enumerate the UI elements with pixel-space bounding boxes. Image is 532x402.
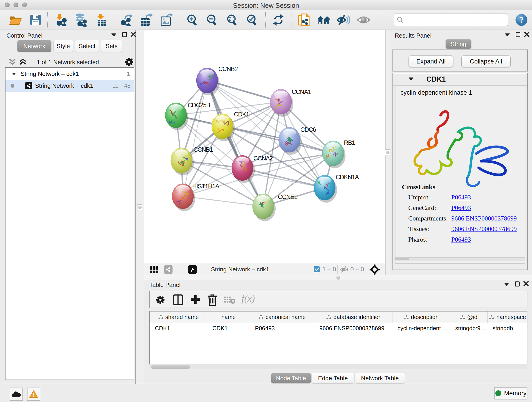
control-panel-close-icon[interactable] <box>131 32 136 37</box>
network-options-gear-icon[interactable] <box>124 57 134 67</box>
memory-button[interactable]: Memory <box>494 387 527 400</box>
network-canvas[interactable]: CCNB2CCNA1CDC25BCDK1CDC6RB1CCNB1CCNA2CDK… <box>144 30 385 263</box>
export-table-button[interactable] <box>140 13 153 27</box>
results-scroll-track[interactable] <box>395 257 525 261</box>
results-scroll-thumb[interactable] <box>395 258 409 260</box>
search-input[interactable] <box>406 16 505 24</box>
table-panel-close-icon[interactable] <box>523 281 529 287</box>
crosslink-link-uniprot[interactable]: P06493 <box>451 194 471 201</box>
column-header-id[interactable]: @id <box>450 312 488 323</box>
show-graphics-details-button[interactable] <box>357 13 370 27</box>
expand-all-button[interactable]: Expand All <box>409 56 453 67</box>
hide-glass-effects-button[interactable] <box>337 13 350 27</box>
edge-CCNB2-HIST1H1A[interactable] <box>183 80 207 196</box>
table-options-gear-icon[interactable] <box>155 295 165 305</box>
zoom-out-button[interactable] <box>206 13 219 27</box>
tab-node-table[interactable]: Node Table <box>271 373 311 383</box>
grid-view-icon[interactable] <box>150 266 158 274</box>
tab-sets[interactable]: Sets <box>101 40 122 52</box>
selected-items-checkbox[interactable] <box>314 266 320 272</box>
table-panel-menu-caret-icon[interactable] <box>504 283 509 286</box>
node-CDC25B[interactable]: CDC25B <box>165 102 210 130</box>
birdseye-view-icon[interactable] <box>188 265 197 274</box>
show-columns-icon[interactable] <box>173 294 183 305</box>
table-panel-float-icon[interactable] <box>515 281 520 287</box>
share-view-icon[interactable] <box>164 265 172 274</box>
table-cell[interactable]: CDK1 <box>207 323 250 333</box>
table-cell[interactable]: 9606.ENSP00000378699 <box>314 323 393 333</box>
table-cell[interactable]: CDK1 <box>150 323 207 333</box>
column-header-namespace[interactable]: namespace <box>488 312 527 323</box>
node-CCNA1[interactable]: CCNA1 <box>270 89 311 117</box>
table-cell[interactable]: cyclin-dependent ... <box>393 323 450 333</box>
import-network-from-file-button[interactable] <box>55 13 68 27</box>
tab-string[interactable]: String <box>446 39 471 49</box>
table-hscrollbar[interactable] <box>149 365 527 369</box>
control-panel-float-icon[interactable] <box>122 32 127 37</box>
results-panel-float-icon[interactable] <box>516 32 520 37</box>
import-network-from-database-button[interactable] <box>74 13 88 27</box>
clone-network-button[interactable] <box>298 13 311 27</box>
network-row-selected[interactable]: String Network – cdk1 11 48 <box>6 80 134 92</box>
tree-expand-caret-icon[interactable] <box>12 72 16 75</box>
cloud-button[interactable] <box>10 388 23 401</box>
zoom-in-button[interactable] <box>186 13 199 27</box>
export-network-button[interactable] <box>120 13 133 27</box>
node-CDK1[interactable]: CDK1 <box>212 111 249 141</box>
right-splitter[interactable] <box>385 30 390 275</box>
table-cell[interactable]: stringdb:9... <box>450 323 488 333</box>
gene-collapse-caret-icon[interactable] <box>409 77 413 80</box>
column-header-description[interactable]: description <box>393 312 450 323</box>
tab-edge-table[interactable]: Edge Table <box>312 373 354 383</box>
table-cell[interactable]: P06493 <box>250 323 314 333</box>
table-hscroll-thumb[interactable] <box>151 365 190 369</box>
apply-layout-button[interactable] <box>272 13 285 27</box>
left-splitter-handle[interactable] <box>137 204 142 211</box>
tab-network-table[interactable]: Network Table <box>355 373 405 383</box>
open-session-button[interactable] <box>9 13 22 27</box>
gene-header-row[interactable]: CDK1 <box>393 73 527 86</box>
column-header-shared-name[interactable]: shared name <box>150 312 207 323</box>
node-CCNB2[interactable]: CCNB2 <box>196 65 238 95</box>
network-graph[interactable]: CCNB2CCNA1CDC25BCDK1CDC6RB1CCNB1CCNA2CDK… <box>144 30 386 263</box>
edge-CDK1-RB1[interactable] <box>222 126 333 153</box>
table-cell[interactable]: stringdb <box>488 323 527 333</box>
right-splitter-handle[interactable] <box>385 149 390 155</box>
zoom-selected-button[interactable] <box>246 13 259 27</box>
column-header-canonical-name[interactable]: canonical name <box>250 312 314 323</box>
node-CCNA2[interactable]: CCNA2 <box>232 155 273 183</box>
column-header-database-identifier[interactable]: database identifier <box>314 312 393 323</box>
network-collection-row[interactable]: String Network – cdk1 1 <box>6 68 134 80</box>
node-CDKN1A[interactable]: CDKN1A <box>314 174 359 203</box>
warnings-button[interactable] <box>27 388 40 401</box>
crosslink-link-pharos[interactable]: P06493 <box>451 236 471 243</box>
export-image-button[interactable] <box>160 13 173 27</box>
horizontal-splitter-handle[interactable] <box>336 276 340 280</box>
left-splitter[interactable] <box>136 30 144 384</box>
crosslink-link-genecard[interactable]: P06493 <box>451 204 471 211</box>
control-panel-menu-caret-icon[interactable] <box>111 33 116 36</box>
horizontal-splitter[interactable] <box>144 275 532 280</box>
delete-column-trash-icon[interactable] <box>208 294 217 306</box>
table-row[interactable]: CDK1CDK1P064939606.ENSP00000378699cyclin… <box>150 323 527 333</box>
zoom-fit-button[interactable] <box>226 13 239 27</box>
tab-network[interactable]: Network <box>17 40 51 52</box>
search-field[interactable] <box>394 13 508 26</box>
tab-style[interactable]: Style <box>54 40 73 52</box>
save-session-button[interactable] <box>29 13 42 27</box>
node-RB1[interactable]: RB1 <box>322 139 355 168</box>
string-home-button[interactable] <box>317 13 330 27</box>
node-HIST1H1A[interactable]: HIST1H1A <box>172 183 220 211</box>
crosslink-link-tissues[interactable]: 9606.ENSP00000378699 <box>451 225 517 233</box>
tab-select[interactable]: Select <box>75 40 99 52</box>
collapse-all-button[interactable]: Collapse All <box>461 56 511 67</box>
import-table-from-file-button[interactable] <box>95 13 108 27</box>
crosslink-link-compartments[interactable]: 9606.ENSP00000378699 <box>451 215 517 222</box>
help-button[interactable]: ? <box>515 13 528 27</box>
node-CCNB1[interactable]: CCNB1 <box>171 146 213 175</box>
results-panel-close-icon[interactable] <box>524 32 530 37</box>
center-view-crosshair-icon[interactable] <box>370 264 380 274</box>
column-header-name[interactable]: name <box>207 312 250 323</box>
create-column-plus-icon[interactable] <box>190 294 201 305</box>
results-panel-menu-caret-icon[interactable] <box>505 33 510 36</box>
